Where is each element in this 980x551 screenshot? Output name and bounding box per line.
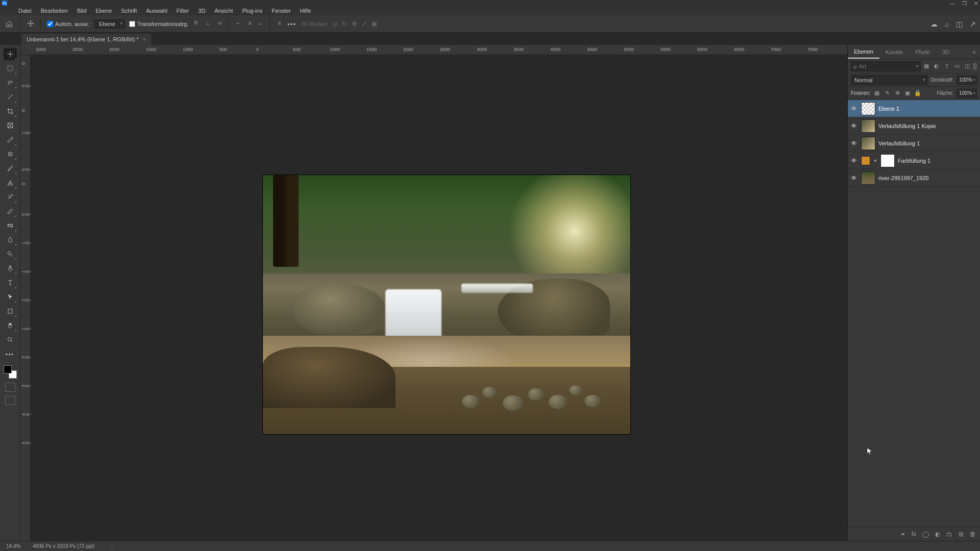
layer-name[interactable]: Verlaufsfüllung 1 [878, 140, 920, 146]
shape-tool[interactable] [4, 305, 17, 317]
layer-mask-thumb[interactable] [880, 154, 895, 167]
menu-ansicht[interactable]: Ansicht [210, 7, 237, 15]
layer-name[interactable]: river-2951997_1920 [878, 175, 928, 181]
fill-input[interactable]: 100% [957, 89, 977, 98]
menu-hilfe[interactable]: Hilfe [296, 7, 315, 15]
close-window-button[interactable]: ✕ [974, 1, 978, 6]
home-button[interactable] [4, 19, 14, 29]
layer-row[interactable]: 👁Verlaufsfüllung 1 [848, 135, 980, 152]
lasso-tool[interactable] [4, 77, 17, 89]
gradient-tool[interactable] [4, 219, 17, 232]
menu-datei[interactable]: Datei [14, 7, 36, 15]
marquee-tool[interactable] [4, 62, 17, 74]
align-left-icon[interactable]: ⊪ [192, 19, 201, 27]
align-bottom-icon[interactable]: ⫠ [256, 19, 264, 27]
align-top-icon[interactable]: ⫟ [234, 19, 242, 27]
menu-auswahl[interactable]: Auswahl [142, 7, 172, 15]
transform-controls-checkbox[interactable]: Transformationsstrg. [129, 21, 188, 27]
vertical-ruler[interactable]: 0500010005000500100015002000250030003500… [20, 55, 31, 541]
visibility-toggle-icon[interactable]: 👁 [850, 157, 858, 165]
pen-tool[interactable] [4, 262, 17, 274]
zoom-tool[interactable] [4, 334, 17, 346]
filter-adjust-icon[interactable]: ◐ [933, 63, 940, 70]
delete-layer-icon[interactable]: 🗑 [970, 531, 976, 538]
auto-select-checkbox[interactable]: Autom. ausw.: [47, 21, 90, 27]
visibility-toggle-icon[interactable]: 👁 [850, 105, 858, 113]
menu-bearbeiten[interactable]: Bearbeiten [37, 7, 72, 15]
filter-pixel-icon[interactable]: ▦ [923, 63, 930, 70]
lock-all-icon[interactable]: 🔒 [914, 90, 921, 97]
healing-brush-tool[interactable] [4, 148, 17, 160]
brush-tool[interactable] [4, 162, 17, 174]
layer-row[interactable]: 👁river-2951997_1920 [848, 169, 980, 187]
orbit-icon[interactable]: ◎ [332, 20, 338, 28]
layer-name[interactable]: Ebene 1 [878, 106, 899, 112]
horizontal-ruler[interactable]: 3000250020001500100050005001000150020002… [20, 45, 847, 55]
cloud-icon[interactable]: ☁ [930, 20, 938, 28]
filter-shape-icon[interactable]: ▭ [953, 63, 961, 70]
camera-icon[interactable]: ▣ [371, 20, 377, 28]
layer-thumbnail[interactable] [861, 102, 875, 115]
visibility-toggle-icon[interactable]: 👁 [850, 174, 858, 182]
blur-tool[interactable] [4, 234, 17, 246]
menu-fenster[interactable]: Fenster [267, 7, 295, 15]
dodge-tool[interactable] [4, 248, 17, 260]
tab-3d[interactable]: 3D [936, 46, 955, 58]
lock-pixels-icon[interactable]: ✎ [884, 90, 891, 97]
lock-artboard-icon[interactable]: ▣ [904, 90, 911, 97]
doc-info[interactable]: 4936 Px x 3319 Px (72 ppi) [33, 543, 94, 549]
layer-fx-icon[interactable]: fx [912, 531, 916, 538]
document-image[interactable] [263, 175, 630, 434]
share-icon[interactable]: ↗ [970, 20, 976, 28]
filter-smart-icon[interactable]: ◫ [964, 63, 971, 70]
menu-bild[interactable]: Bild [73, 7, 90, 15]
align-right-icon[interactable]: ⫣ [215, 19, 223, 27]
clone-stamp-tool[interactable] [4, 177, 17, 189]
layer-row[interactable]: 👁Verlaufsfüllung 1 Kopie [848, 117, 980, 135]
more-options-icon[interactable]: ••• [287, 21, 297, 27]
edit-toolbar-icon[interactable]: ••• [4, 348, 17, 360]
color-swatch[interactable] [4, 365, 17, 379]
frame-tool[interactable] [4, 119, 17, 132]
frame-icon[interactable]: ◫ [956, 20, 963, 28]
foreground-color[interactable] [4, 365, 12, 373]
magic-wand-tool[interactable] [4, 91, 17, 103]
add-mask-icon[interactable]: ◯ [922, 531, 929, 538]
quick-mask-icon[interactable] [5, 383, 15, 392]
opacity-input[interactable]: 100% [957, 76, 977, 85]
tab-kanäle[interactable]: Kanäle [879, 46, 909, 58]
slide-icon[interactable]: ⤢ [361, 20, 367, 28]
visibility-toggle-icon[interactable]: 👁 [850, 139, 858, 147]
layer-name[interactable]: Verlaufsfüllung 1 Kopie [878, 123, 936, 129]
tab-ebenen[interactable]: Ebenen [848, 45, 879, 59]
canvas[interactable] [31, 55, 847, 541]
menu-plug-ins[interactable]: Plug-ins [238, 7, 266, 15]
layer-row[interactable]: 👁⚭Farbfüllung 1 [848, 152, 980, 169]
screen-mode-icon[interactable] [5, 396, 15, 405]
hand-tool[interactable] [4, 319, 17, 332]
layer-thumbnail[interactable] [861, 171, 875, 185]
history-brush-tool[interactable] [4, 191, 17, 203]
move-tool[interactable] [4, 48, 17, 60]
close-tab-icon[interactable]: × [143, 36, 146, 42]
lock-transparency-icon[interactable]: ▦ [873, 90, 880, 97]
panel-menu-icon[interactable]: ≡ [969, 49, 980, 55]
align-center-h-icon[interactable]: ⫠ [204, 19, 212, 27]
new-adjustment-icon[interactable]: ◐ [935, 531, 940, 538]
minimize-button[interactable]: — [950, 1, 955, 6]
move-tool-icon[interactable] [27, 20, 34, 28]
roll-icon[interactable]: ↻ [342, 20, 348, 28]
layer-thumbnail[interactable] [861, 119, 875, 133]
auto-select-target-dropdown[interactable]: Ebene [94, 19, 125, 29]
lock-position-icon[interactable]: ✥ [894, 90, 901, 97]
type-tool[interactable] [4, 277, 17, 289]
search-icon[interactable]: ⌕ [945, 20, 949, 28]
pan-icon[interactable]: ✥ [352, 20, 357, 28]
layer-thumbnail[interactable] [861, 137, 875, 150]
path-select-tool[interactable] [4, 291, 17, 303]
new-group-icon[interactable]: 🗀 [946, 531, 952, 538]
crop-tool[interactable] [4, 105, 17, 117]
layer-row[interactable]: 👁Ebene 1 [848, 100, 980, 117]
layer-name[interactable]: Farbfüllung 1 [898, 158, 930, 164]
status-chevron-icon[interactable]: 〉 [111, 543, 116, 550]
